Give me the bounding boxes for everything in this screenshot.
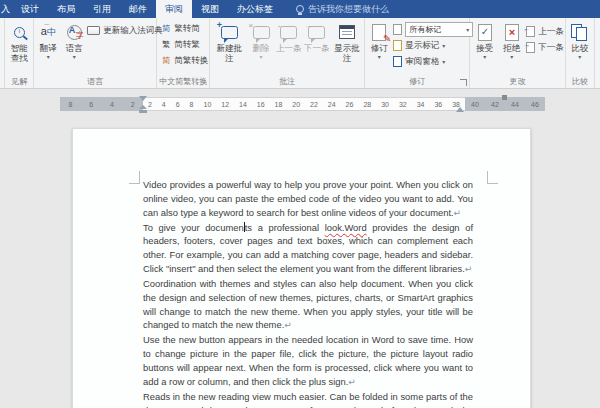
tab-邮件[interactable]: 邮件	[120, 0, 156, 18]
previous-comment-icon: ←	[277, 22, 301, 42]
accept-button[interactable]: ✓ 接受 ▾	[471, 21, 498, 73]
reviewing-pane-button[interactable]: 审阅窗格 ▾	[392, 54, 473, 69]
ruler-number: 4	[162, 101, 166, 108]
paragraph[interactable]: To give your documents a professional lo…	[143, 221, 473, 277]
hanging-indent-marker[interactable]	[139, 105, 147, 109]
smart-lookup-button[interactable]: i 智能查找	[6, 21, 32, 73]
trad-to-simp-icon: 简	[161, 24, 171, 34]
reject-button[interactable]: × 拒绝 ▾	[498, 21, 525, 73]
compare-button[interactable]: 比较 ▾	[567, 21, 593, 73]
ruler-toggle	[502, 95, 507, 100]
tab-视图[interactable]: 视图	[192, 0, 228, 18]
margin-crop-mark-left	[129, 171, 140, 184]
ruler-number: 26	[346, 101, 354, 108]
show-markup-button[interactable]: 显示标记 ▾	[392, 38, 473, 53]
compare-icon	[568, 22, 592, 42]
update-ime-dictionary-button[interactable]: 更新输入法词典	[87, 23, 163, 38]
chevron-down-icon: ▾	[47, 55, 50, 60]
ruler-number: 10	[203, 101, 211, 108]
ruler-number: 8	[68, 101, 72, 108]
ruler-number: 2	[148, 101, 152, 108]
simp-trad-convert-button[interactable]: 简 简繁转换	[161, 53, 208, 68]
translate-button[interactable]: a中⌒ 翻译 ▾	[35, 21, 61, 73]
ruler-left-margin: 8642	[60, 97, 143, 111]
document-text[interactable]: Video provides a powerful way to help yo…	[143, 178, 473, 408]
next-comment-icon: →	[305, 22, 329, 42]
previous-comment-button[interactable]: ← 上一条	[275, 21, 303, 73]
chevron-down-icon: ▾	[510, 55, 513, 60]
reject-icon: ×	[500, 22, 524, 42]
ruler-number: 2	[131, 101, 135, 108]
next-change-icon: →	[525, 43, 535, 53]
paragraph-mark: ↵	[348, 377, 356, 387]
display-for-review-dropdown[interactable]: 所有标记▾	[392, 22, 473, 37]
tab-list: 设计布局引用邮件审阅视图办公标签	[12, 0, 282, 18]
ruler-number: 4	[110, 101, 114, 108]
margin-crop-mark-right	[487, 171, 498, 184]
simp-to-trad-button[interactable]: 繁 简转繁	[161, 37, 208, 52]
chevron-down-icon: ▾	[483, 55, 486, 60]
group-changes: ✓ 接受 ▾ × 拒绝 ▾ ← 上一条 → 下一条 更改	[470, 18, 566, 88]
tracking-dialog-launcher[interactable]	[460, 79, 467, 86]
ribbon-review-tab: 字数统计 i 智能查找 见解 a中⌒ 翻译 ▾ A字 语言 ▾ 更新输	[0, 18, 600, 89]
group-label-changes: 更改	[470, 76, 565, 87]
next-comment-button[interactable]: → 下一条	[303, 21, 331, 73]
horizontal-ruler[interactable]: 8642 2468101214161820222426283032343638 …	[60, 97, 545, 111]
previous-change-icon: ←	[525, 27, 535, 37]
paragraph[interactable]: Video provides a powerful way to help yo…	[143, 178, 473, 221]
ruler-number: 42	[491, 101, 499, 108]
ruler-number: 6	[89, 101, 93, 108]
ruler-number: 24	[328, 101, 336, 108]
left-indent-marker[interactable]	[139, 110, 147, 113]
chevron-down-icon: ▾	[378, 55, 381, 60]
ruler-number: 28	[363, 101, 371, 108]
group-label-conversion: 中文简繁转换	[157, 76, 209, 87]
group-chinese-conversion: 简 繁转简 繁 简转繁 简 简繁转换 中文简繁转换	[157, 18, 210, 88]
paragraph[interactable]: Reads in the new reading view much easie…	[143, 390, 473, 408]
ruler-number: 8	[190, 101, 194, 108]
tab-设计[interactable]: 设计	[12, 0, 48, 18]
ruler-number: 34	[417, 101, 425, 108]
ruler-number: 12	[221, 101, 229, 108]
page[interactable]: Video provides a powerful way to help yo…	[72, 128, 531, 408]
right-indent-marker[interactable]	[456, 107, 464, 112]
group-label-tracking: 修订	[365, 76, 469, 87]
tab-引用[interactable]: 引用	[84, 0, 120, 18]
ruler-number: 20	[292, 101, 300, 108]
trad-to-simp-button[interactable]: 简 繁转简	[161, 21, 208, 36]
new-comment-icon: +	[217, 22, 241, 42]
chevron-down-icon: ▾	[260, 55, 263, 60]
group-label-insights: 见解	[5, 76, 33, 87]
ruler-number: 40	[471, 101, 479, 108]
tab-布局[interactable]: 布局	[48, 0, 84, 18]
accept-icon: ✓	[473, 22, 497, 42]
chevron-down-icon: ▾	[442, 42, 445, 49]
delete-comment-button[interactable]: × 删除 ▾	[247, 21, 275, 73]
delete-comment-icon: ×	[249, 22, 273, 42]
paragraph[interactable]: Coordination with themes and styles can …	[143, 277, 473, 333]
ruler-number: 16	[257, 101, 265, 108]
tell-me-box[interactable]: 告诉我你想要做什么	[296, 0, 389, 18]
first-line-indent-marker[interactable]	[139, 96, 147, 101]
chevron-down-icon: ▾	[466, 26, 469, 33]
new-comment-button[interactable]: + 新建批注	[211, 21, 247, 73]
ruler-number: 22	[310, 101, 318, 108]
group-label-comments: 批注	[210, 76, 364, 87]
language-button[interactable]: A字 语言 ▾	[61, 21, 87, 73]
keyboard-icon	[87, 26, 100, 35]
all-markup-icon	[392, 25, 402, 35]
previous-change-button[interactable]: ← 上一条	[525, 24, 564, 39]
tab-办公标签[interactable]: 办公标签	[228, 0, 282, 18]
ruler-number: 30	[381, 101, 389, 108]
track-changes-button[interactable]: ✎ 修订 ▾	[366, 21, 392, 73]
show-markup-icon	[392, 41, 402, 51]
tab-审阅[interactable]: 审阅	[156, 0, 192, 18]
word-count-button[interactable]: 字数统计	[0, 21, 4, 73]
group-protect-partial: 阻	[595, 18, 600, 88]
next-change-button[interactable]: → 下一条	[525, 40, 564, 55]
paragraph[interactable]: Use the new button appears in the needed…	[143, 333, 473, 389]
smart-lookup-icon: i	[7, 22, 31, 42]
simp-to-trad-icon: 繁	[161, 40, 171, 50]
show-comments-button[interactable]: 显示批注	[331, 21, 364, 73]
tab-partial-left[interactable]: 入	[0, 0, 12, 18]
